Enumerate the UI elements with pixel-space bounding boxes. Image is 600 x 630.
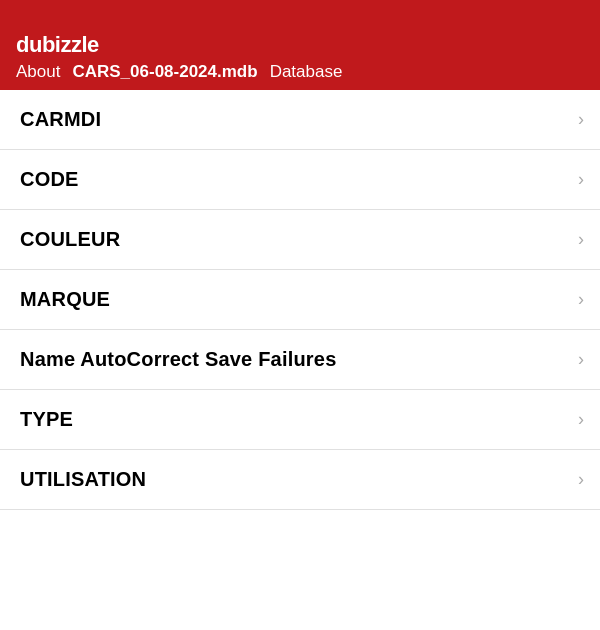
nav-about[interactable]: About — [16, 62, 60, 82]
list-item-label-code: CODE — [20, 168, 79, 191]
list-item-label-couleur: COULEUR — [20, 228, 120, 251]
header-nav: About CARS_06-08-2024.mdb Database — [16, 62, 584, 82]
list-item-code[interactable]: CODE› — [0, 150, 600, 210]
chevron-icon-name-autocorrect: › — [578, 349, 584, 370]
nav-database: Database — [270, 62, 343, 82]
logo-text: dubizzle — [16, 32, 99, 57]
list-item-type[interactable]: TYPE› — [0, 390, 600, 450]
chevron-icon-type: › — [578, 409, 584, 430]
chevron-icon-marque: › — [578, 289, 584, 310]
chevron-icon-code: › — [578, 169, 584, 190]
list-item-label-carmdi: CARMDI — [20, 108, 101, 131]
list-item-carmdi[interactable]: CARMDI› — [0, 90, 600, 150]
table-list: CARMDI›CODE›COULEUR›MARQUE›Name AutoCorr… — [0, 90, 600, 510]
list-item-couleur[interactable]: COULEUR› — [0, 210, 600, 270]
list-item-label-name-autocorrect: Name AutoCorrect Save Failures — [20, 348, 336, 371]
list-item-utilisation[interactable]: UTILISATION› — [0, 450, 600, 510]
chevron-icon-utilisation: › — [578, 469, 584, 490]
list-item-label-utilisation: UTILISATION — [20, 468, 146, 491]
list-item-label-marque: MARQUE — [20, 288, 110, 311]
chevron-icon-couleur: › — [578, 229, 584, 250]
app-logo: dubizzle — [16, 32, 584, 58]
app-header: dubizzle About CARS_06-08-2024.mdb Datab… — [0, 0, 600, 90]
chevron-icon-carmdi: › — [578, 109, 584, 130]
nav-filename[interactable]: CARS_06-08-2024.mdb — [72, 62, 257, 82]
list-item-label-type: TYPE — [20, 408, 73, 431]
list-item-name-autocorrect[interactable]: Name AutoCorrect Save Failures› — [0, 330, 600, 390]
list-item-marque[interactable]: MARQUE› — [0, 270, 600, 330]
